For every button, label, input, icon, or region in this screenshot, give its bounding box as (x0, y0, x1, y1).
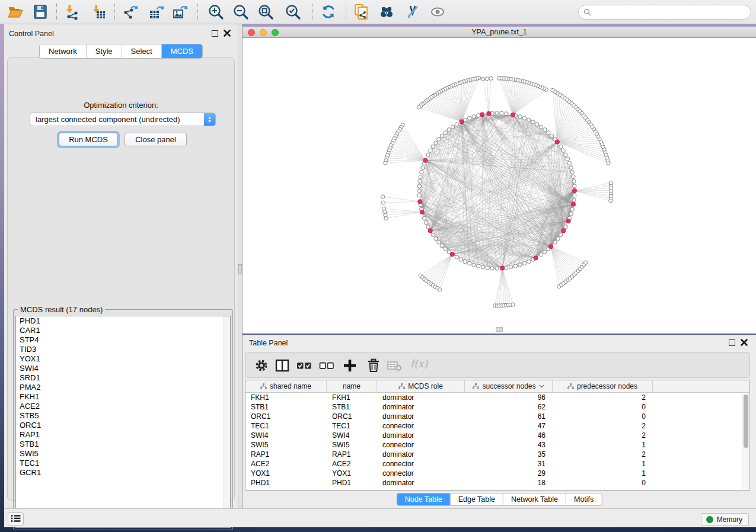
table-row[interactable]: SWI4SWI4dominator462 (245, 431, 749, 440)
table-scrollbar-thumb[interactable] (744, 395, 748, 448)
network-node[interactable] (419, 175, 422, 178)
table-row[interactable]: YOX1YOX1connector291 (245, 469, 749, 478)
network-hub-node[interactable] (460, 120, 464, 124)
network-canvas[interactable] (243, 38, 756, 334)
network-node[interactable] (567, 161, 571, 165)
table-row[interactable]: ACE2ACE2connector311 (245, 459, 749, 469)
column-settings-button[interactable] (254, 358, 269, 373)
network-titlebar[interactable]: YPA_prune.txt_1 (243, 27, 756, 38)
table-row[interactable]: FKH1FKH1dominator962 (245, 393, 749, 402)
network-node[interactable] (381, 195, 385, 198)
network-node[interactable] (444, 247, 447, 251)
list-item[interactable]: PMA2 (16, 383, 230, 392)
run-mcds-button[interactable]: Run MCDS (59, 133, 118, 146)
network-node[interactable] (381, 201, 385, 204)
show-hide-button[interactable] (428, 3, 447, 22)
network-node[interactable] (434, 237, 438, 241)
network-node[interactable] (437, 241, 441, 244)
network-node[interactable] (486, 266, 489, 270)
network-node[interactable] (438, 288, 442, 291)
network-node[interactable] (551, 88, 554, 92)
network-hub-node[interactable] (428, 229, 432, 233)
network-node[interactable] (550, 134, 553, 137)
network-node[interactable] (556, 237, 560, 241)
network-node[interactable] (447, 128, 451, 132)
network-node[interactable] (485, 77, 489, 81)
tab-node-table[interactable]: Node Table (397, 493, 451, 505)
list-scrollbar[interactable] (224, 316, 230, 527)
deselect-all-button[interactable] (319, 358, 334, 373)
network-node[interactable] (384, 216, 388, 220)
network-node[interactable] (472, 263, 476, 267)
network-hub-node[interactable] (450, 252, 454, 257)
network-node[interactable] (573, 194, 576, 197)
list-item[interactable]: SRD1 (16, 373, 230, 383)
network-node[interactable] (531, 120, 535, 124)
tab-select[interactable]: Select (122, 44, 162, 58)
column-header-shared-name[interactable]: shared name (245, 380, 327, 392)
network-node[interactable] (455, 123, 458, 126)
network-hub-node[interactable] (423, 158, 428, 162)
network-hub-node[interactable] (571, 202, 575, 206)
list-item[interactable]: STP4 (16, 335, 230, 345)
tab-motifs[interactable]: Motifs (566, 493, 601, 505)
close-panel-icon[interactable] (224, 30, 231, 37)
network-hub-node[interactable] (418, 200, 422, 204)
network-node[interactable] (527, 259, 531, 263)
float-panel-icon[interactable] (212, 30, 218, 37)
import-table-button[interactable] (89, 3, 108, 22)
network-hub-node[interactable] (555, 140, 559, 144)
network-node[interactable] (495, 111, 499, 115)
export-table-button[interactable] (147, 3, 166, 22)
network-node[interactable] (570, 207, 574, 211)
network-node[interactable] (543, 128, 547, 132)
network-node[interactable] (564, 225, 567, 229)
network-node[interactable] (547, 131, 550, 134)
table-row[interactable]: RAP1RAP1dominator352 (245, 450, 749, 459)
list-item[interactable]: TEC1 (16, 459, 230, 468)
table-scrollbar[interactable] (742, 393, 749, 490)
network-node[interactable] (527, 118, 531, 121)
network-node[interactable] (451, 125, 454, 129)
horizontal-splitter-handle[interactable] (496, 327, 503, 332)
save-session-button[interactable] (31, 3, 50, 22)
network-node[interactable] (489, 76, 493, 80)
network-view[interactable] (243, 38, 756, 334)
network-hub-node[interactable] (420, 210, 424, 214)
splitter-handle[interactable] (238, 264, 242, 274)
network-node[interactable] (437, 137, 441, 141)
criterion-dropdown[interactable]: largest connected component (undirected)… (30, 113, 216, 126)
style-preview-button[interactable] (403, 3, 422, 22)
network-node[interactable] (434, 141, 438, 145)
network-node[interactable] (543, 250, 547, 254)
network-node[interactable] (569, 166, 573, 169)
network-node[interactable] (417, 105, 421, 109)
list-item[interactable]: SWI5 (16, 449, 230, 459)
network-node[interactable] (440, 134, 444, 137)
list-item[interactable]: SWI4 (16, 364, 230, 373)
column-header-MCDS-role[interactable]: MCDS role (377, 380, 465, 392)
network-node[interactable] (463, 259, 467, 263)
select-all-button[interactable] (296, 358, 312, 373)
network-node[interactable] (522, 116, 526, 120)
network-hub-node[interactable] (487, 111, 491, 116)
float-table-panel-icon[interactable] (729, 339, 735, 346)
network-hub-node[interactable] (548, 245, 553, 249)
network-node[interactable] (500, 111, 503, 115)
table-row[interactable]: STB1STB1dominator620 (245, 402, 749, 412)
network-node[interactable] (481, 265, 484, 269)
network-node[interactable] (476, 264, 480, 268)
network-node[interactable] (440, 243, 444, 247)
network-node[interactable] (384, 161, 387, 165)
zoom-out-button[interactable] (231, 3, 250, 22)
column-header-predecessor-nodes[interactable]: predecessor nodes (553, 380, 653, 392)
network-node[interactable] (418, 180, 422, 183)
list-item[interactable]: STB1 (16, 440, 230, 449)
network-node[interactable] (431, 145, 435, 148)
network-node[interactable] (420, 170, 423, 174)
task-history-button[interactable] (8, 512, 24, 525)
network-node[interactable] (570, 170, 574, 174)
table-row[interactable]: SWI5SWI5connector431 (245, 440, 749, 450)
network-node[interactable] (539, 253, 543, 257)
network-node[interactable] (564, 153, 567, 156)
